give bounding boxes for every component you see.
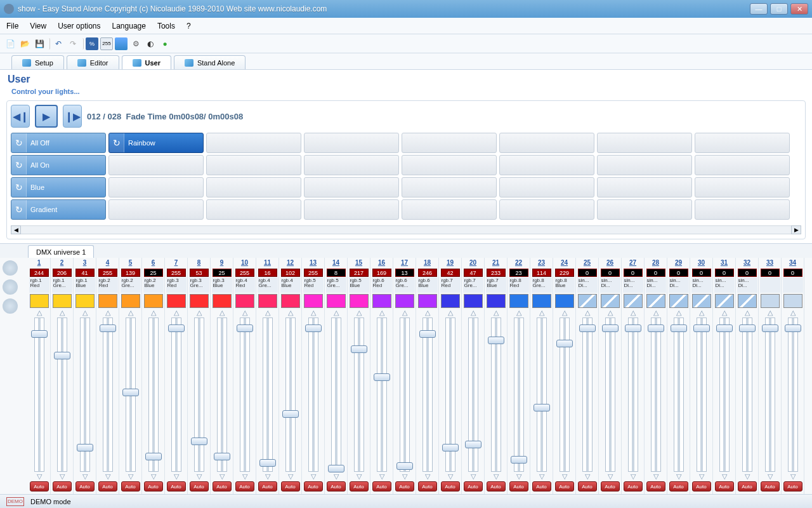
scene-cell[interactable]: [597, 177, 692, 197]
percent-icon[interactable]: %: [86, 37, 98, 50]
slider-thumb[interactable]: [237, 324, 253, 332]
channel-number[interactable]: 3: [83, 259, 87, 268]
channel-number[interactable]: 16: [378, 259, 385, 268]
channel-slider[interactable]: [354, 318, 364, 472]
channel-up-icon[interactable]: △: [311, 309, 316, 316]
slider-thumb[interactable]: [54, 352, 70, 359]
channel-down-icon[interactable]: ▽: [539, 473, 544, 480]
channel-up-icon[interactable]: △: [151, 309, 156, 316]
channel-auto-button[interactable]: Auto: [281, 481, 300, 491]
channel-auto-button[interactable]: Auto: [555, 481, 574, 491]
channel-slider[interactable]: [491, 318, 501, 472]
undo-icon[interactable]: ↶: [52, 37, 65, 50]
slider-thumb[interactable]: [625, 324, 641, 332]
channel-up-icon[interactable]: △: [745, 309, 750, 316]
channel-down-icon[interactable]: ▽: [790, 473, 796, 480]
side-sun-icon[interactable]: [3, 279, 18, 295]
channel-auto-button[interactable]: Auto: [783, 481, 802, 491]
channel-swatch[interactable]: [669, 294, 688, 308]
channel-up-icon[interactable]: △: [288, 309, 293, 316]
slider-thumb[interactable]: [442, 444, 459, 451]
tab-setup[interactable]: Setup: [11, 55, 64, 69]
slider-thumb[interactable]: [100, 324, 116, 332]
slider-thumb[interactable]: [716, 324, 733, 332]
info-icon[interactable]: ◐: [144, 37, 157, 50]
channel-swatch[interactable]: [692, 294, 711, 308]
channel-swatch[interactable]: [441, 294, 460, 308]
slider-thumb[interactable]: [259, 459, 276, 467]
channel-number[interactable]: 22: [515, 259, 522, 268]
slider-thumb[interactable]: [534, 404, 550, 411]
slider-thumb[interactable]: [351, 345, 367, 353]
scene-cell[interactable]: [402, 199, 497, 220]
channel-slider[interactable]: [171, 318, 181, 472]
channel-auto-button[interactable]: Auto: [464, 481, 483, 491]
redo-icon[interactable]: ↷: [67, 37, 79, 50]
channel-down-icon[interactable]: ▽: [585, 473, 590, 480]
scene-scrollbar[interactable]: ◀ ▶: [11, 225, 801, 235]
tab-editor[interactable]: Editor: [67, 55, 119, 69]
channel-auto-button[interactable]: Auto: [190, 481, 209, 491]
tab-standalone[interactable]: Stand Alone: [174, 55, 246, 69]
slider-thumb[interactable]: [145, 453, 162, 460]
channel-up-icon[interactable]: △: [105, 309, 110, 316]
slider-thumb[interactable]: [122, 389, 139, 396]
scene-cell[interactable]: [499, 155, 594, 175]
scene-cell[interactable]: [402, 155, 497, 175]
slider-thumb[interactable]: [488, 337, 504, 344]
channel-swatch[interactable]: [144, 294, 163, 308]
scene-cell[interactable]: [206, 177, 301, 197]
menu-file[interactable]: File: [6, 22, 18, 30]
channel-down-icon[interactable]: ▽: [516, 473, 521, 480]
channel-up-icon[interactable]: △: [722, 309, 727, 316]
channel-number[interactable]: 23: [538, 259, 545, 268]
menu-tools[interactable]: Tools: [157, 22, 175, 30]
channel-number[interactable]: 6: [152, 259, 155, 268]
slider-thumb[interactable]: [31, 330, 48, 338]
channel-down-icon[interactable]: ▽: [311, 473, 316, 480]
channel-number[interactable]: 5: [129, 259, 133, 268]
scene-cell[interactable]: [304, 133, 399, 153]
menu-user-options[interactable]: User options: [58, 22, 100, 30]
channel-up-icon[interactable]: △: [631, 309, 636, 316]
channel-auto-button[interactable]: Auto: [761, 481, 780, 491]
channel-swatch[interactable]: [327, 294, 346, 308]
channel-swatch[interactable]: [715, 294, 734, 308]
channel-swatch[interactable]: [167, 294, 186, 308]
channel-auto-button[interactable]: Auto: [213, 481, 232, 491]
channel-up-icon[interactable]: △: [562, 309, 567, 316]
channel-swatch[interactable]: [761, 294, 780, 308]
channel-down-icon[interactable]: ▽: [334, 473, 339, 480]
channel-down-icon[interactable]: ▽: [562, 473, 567, 480]
channel-slider[interactable]: [34, 318, 44, 472]
slider-thumb[interactable]: [374, 373, 390, 381]
channel-slider[interactable]: [217, 318, 227, 472]
slider-thumb[interactable]: [648, 324, 664, 332]
channel-slider[interactable]: [560, 318, 570, 472]
channel-auto-button[interactable]: Auto: [304, 481, 323, 491]
side-heart-icon[interactable]: [3, 260, 18, 276]
channel-swatch[interactable]: [235, 294, 254, 308]
new-icon[interactable]: 📄: [4, 37, 16, 50]
channel-number[interactable]: 13: [310, 259, 317, 268]
channel-up-icon[interactable]: △: [128, 309, 133, 316]
channel-down-icon[interactable]: ▽: [357, 473, 362, 480]
save-icon[interactable]: 💾: [33, 37, 46, 50]
channel-down-icon[interactable]: ▽: [265, 473, 270, 480]
channel-slider[interactable]: [788, 318, 798, 472]
channel-auto-button[interactable]: Auto: [395, 481, 414, 491]
slider-thumb[interactable]: [396, 462, 413, 470]
channel-down-icon[interactable]: ▽: [402, 473, 407, 480]
channel-up-icon[interactable]: △: [402, 309, 407, 316]
scene-cell[interactable]: [597, 155, 692, 175]
scroll-left-icon[interactable]: ◀: [11, 225, 21, 234]
channel-number[interactable]: 28: [652, 259, 659, 268]
scene-button-all-off[interactable]: All Off: [11, 133, 106, 153]
channel-slider[interactable]: [400, 318, 410, 472]
channel-up-icon[interactable]: △: [790, 309, 796, 316]
channel-down-icon[interactable]: ▽: [448, 473, 453, 480]
channel-swatch[interactable]: [555, 294, 574, 308]
channel-swatch[interactable]: [350, 294, 369, 308]
side-fx-icon[interactable]: [3, 298, 18, 314]
maximize-button[interactable]: □: [770, 3, 788, 15]
